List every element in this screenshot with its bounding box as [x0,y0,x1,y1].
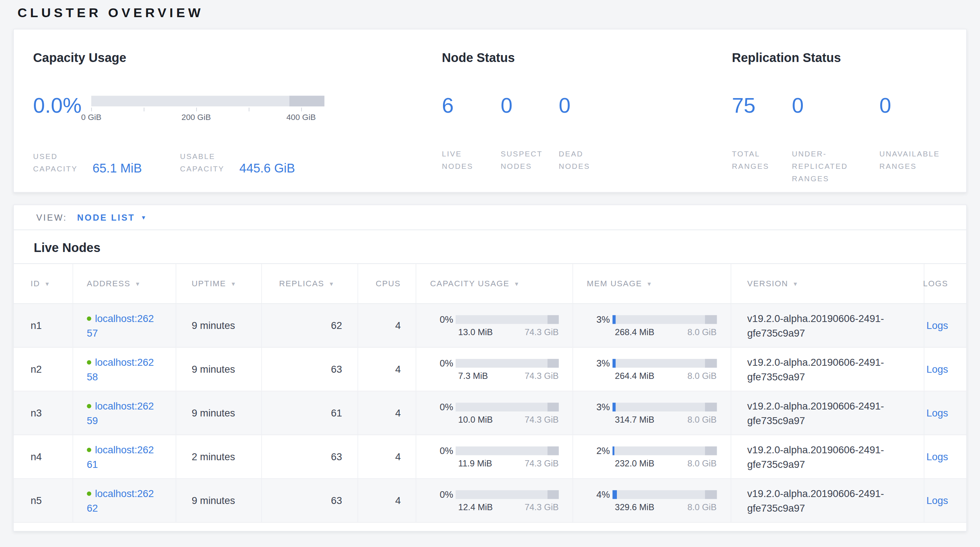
table-row-partial [14,523,967,531]
logs-link[interactable]: Logs [926,320,948,331]
node-id-cell: n5 [14,479,73,522]
mem-total-value: 8.0 GiB [687,415,716,425]
logs-link[interactable]: Logs [926,407,948,419]
total-ranges-label: TOTAL RANGES [732,148,785,173]
axis-tick [144,108,145,111]
axis-tick [301,108,302,111]
node-cpus-cell: 4 [358,304,416,347]
mem-percent: 4% [587,489,612,499]
mem-percent: 3% [587,358,612,368]
node-mem-usage-cell: 3% 264.4 MiB 8.0 GiB [573,348,731,391]
view-label: VIEW: [36,212,67,222]
capacity-bar [456,402,558,411]
summary-panel: Capacity Usage 0.0% 0 GiB 20 [13,29,967,192]
capacity-used-value: 13.0 MiB [458,327,493,337]
replication-status-section: Replication Status 75 TOTAL RANGES 0 UND… [732,30,966,192]
logs-link[interactable]: Logs [926,495,948,506]
node-version-cell: v19.2.0-alpha.20190606-2491-gfe735c9a97 [731,435,924,478]
version-text: v19.2.0-alpha.20190606-2491-gfe735c9a97 [747,442,912,471]
capacity-usage-chart-row: 0.0% 0 GiB 200 GiB 400 GiB [33,93,442,125]
table-body: n1 localhost:26257 9 minutes 62 4 0% [14,304,967,531]
capacity-total-value: 74.3 GiB [525,502,558,512]
sort-caret-icon: ▼ [792,280,799,287]
column-header-capacity-usage[interactable]: CAPACITY USAGE ▼ [416,264,573,304]
node-status-stats: 6 LIVE NODES 0 SUSPECT NODES 0 DEAD NODE… [442,93,732,172]
node-uptime-cell: 9 minutes [176,348,262,391]
column-header-label: ADDRESS [87,279,130,288]
sort-caret-icon: ▼ [45,280,51,287]
mem-bar-reserved-segment [705,490,716,498]
capacity-percent: 0% [430,358,456,368]
node-address-cell: localhost:26257 [73,304,176,347]
node-address-link[interactable]: localhost:26262 [87,488,154,513]
mem-percent: 2% [587,445,612,456]
column-header-label: UPTIME [192,279,226,288]
node-replicas-cell: 61 [262,391,358,434]
sort-caret-icon: ▼ [646,280,652,287]
node-capacity-usage-cell: 0% 7.3 MiB 74.3 GiB [416,348,573,391]
node-version-cell: v19.2.0-alpha.20190606-2491-gfe735c9a97 [731,304,924,347]
capacity-stats-row: USED CAPACITY 65.1 MiB USABLE CAPACITY 4… [33,150,442,175]
node-id-cell: n4 [14,435,73,478]
node-address-link[interactable]: localhost:26258 [87,357,154,382]
sort-caret-icon: ▼ [328,280,335,287]
dead-nodes-label: DEAD NODES [559,148,612,173]
node-logs-cell: Logs [924,435,967,478]
live-nodes-label: LIVE NODES [442,148,495,173]
mem-total-value: 8.0 GiB [687,502,716,512]
version-text: v19.2.0-alpha.20190606-2491-gfe735c9a97 [747,399,912,428]
capacity-percent: 0% [430,314,456,324]
column-header-version[interactable]: VERSION ▼ [731,264,924,304]
capacity-bar [456,315,558,323]
dead-nodes-stat: 0 DEAD NODES [559,93,640,172]
sort-caret-icon: ▼ [231,280,237,287]
capacity-bar-reserved-segment [547,315,558,323]
mem-bar [612,358,717,367]
node-version-cell: v19.2.0-alpha.20190606-2491-gfe735c9a97 [731,348,924,391]
usable-capacity-value: 445.6 GiB [240,162,295,175]
capacity-total-value: 74.3 GiB [525,327,558,337]
capacity-bar [456,358,558,367]
node-address-link[interactable]: localhost:26257 [87,313,154,338]
axis-tick-label: 400 GiB [286,113,316,122]
suspect-nodes-count: 0 [501,93,558,118]
column-header-replicas[interactable]: REPLICAS ▼ [262,264,358,304]
version-text: v19.2.0-alpha.20190606-2491-gfe735c9a97 [747,355,912,384]
column-header-label: REPLICAS [279,279,324,288]
node-live-dot-icon [87,404,91,408]
view-selector-dropdown[interactable]: NODE LIST ▼ [77,212,148,222]
node-version-cell: v19.2.0-alpha.20190606-2491-gfe735c9a97 [731,391,924,434]
capacity-bar [456,490,558,498]
node-capacity-usage-cell: 0% 11.9 MiB 74.3 GiB [416,435,573,478]
capacity-bar-reserved-segment [547,402,558,411]
column-header-mem-usage[interactable]: MEM USAGE ▼ [573,264,731,304]
node-replicas-cell: 62 [262,304,358,347]
node-uptime-cell: 9 minutes [176,479,262,522]
column-header-id[interactable]: ID ▼ [14,264,73,304]
total-ranges-stat: 75 TOTAL RANGES [732,93,792,185]
column-header-cpus[interactable]: CPUS [358,264,416,304]
node-status-section: Node Status 6 LIVE NODES 0 SUSPECT NODES… [442,30,732,192]
mem-bar-reserved-segment [705,315,716,323]
node-address-link[interactable]: localhost:26261 [87,444,154,469]
suspect-nodes-stat: 0 SUSPECT NODES [501,93,558,172]
usable-capacity-label: USABLE CAPACITY [180,150,233,175]
logs-link[interactable]: Logs [926,364,948,375]
capacity-bar-reserved-segment [547,358,558,367]
capacity-used-value: 7.3 MiB [458,371,488,381]
mem-bar [612,490,717,498]
node-id-cell: n3 [14,391,73,434]
column-header-label: MEM USAGE [587,279,642,288]
column-header-uptime[interactable]: UPTIME ▼ [176,264,262,304]
node-address-link[interactable]: localhost:26259 [87,401,154,426]
logs-link[interactable]: Logs [926,451,948,463]
node-uptime-cell: 9 minutes [176,304,262,347]
mem-bar-fill [612,490,617,498]
axis-tick [91,108,92,111]
column-header-address[interactable]: ADDRESS ▼ [73,264,176,304]
under-replicated-ranges-stat: 0 UNDER-REPLICATED RANGES [792,93,880,185]
total-ranges-count: 75 [732,93,792,118]
capacity-bar-reserved-segment [547,490,558,498]
node-mem-usage-cell: 2% 232.0 MiB 8.0 GiB [573,435,731,478]
under-replicated-ranges-count: 0 [792,93,880,118]
